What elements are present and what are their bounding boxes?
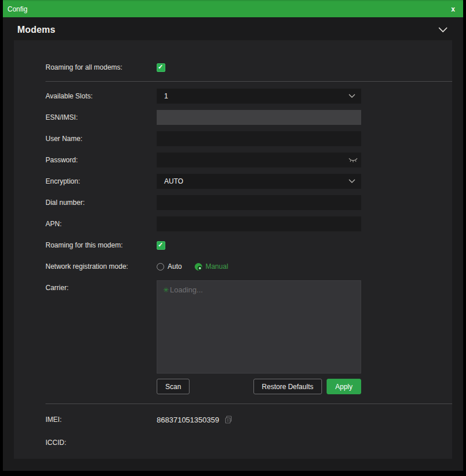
dial-number-input[interactable] [157,195,361,210]
copy-icon[interactable] [225,416,232,424]
network-mode-row: Network registration mode: Auto Manual [46,259,452,274]
divider [46,81,452,82]
imei-value: 868371051350359 [157,416,219,424]
available-slots-row: Available Slots: 1 [46,89,452,104]
password-input[interactable] [157,153,361,167]
config-dialog: Config x Modems Roaming for all modems: … [3,0,463,471]
scan-button[interactable]: Scan [157,379,190,394]
apn-label: APN: [46,220,157,228]
carrier-row: Carrier: Loading... [46,280,452,374]
password-label: Password: [46,156,157,164]
dialog-title: Config [7,5,28,13]
user-name-input[interactable] [157,131,361,146]
encryption-label: Encryption: [46,177,157,185]
radio-auto[interactable]: Auto [157,262,182,271]
roaming-all-row: Roaming for all modems: [46,60,452,75]
dial-number-row: Dial number: [46,195,452,210]
imei-label: IMEI: [46,416,157,424]
esn-imsi-input [157,110,361,125]
carrier-label: Carrier: [46,280,157,292]
chevron-down-icon [348,94,355,98]
restore-defaults-button[interactable]: Restore Defaults [253,379,322,394]
iccid-row: ICCID: [46,435,452,450]
roaming-modem-checkbox[interactable] [157,241,165,250]
available-slots-select[interactable]: 1 [157,89,361,104]
radio-manual[interactable]: Manual [195,262,228,271]
user-name-label: User Name: [46,135,157,143]
available-slots-label: Available Slots: [46,92,157,100]
radio-dot-icon [195,263,202,271]
imei-row: IMEI: 868371051350359 [46,412,452,427]
iccid-label: ICCID: [46,439,157,447]
dial-number-label: Dial number: [46,199,157,207]
encryption-value: AUTO [164,177,183,185]
chevron-down-icon[interactable] [438,26,448,33]
roaming-all-label: Roaming for all modems: [46,63,157,71]
esn-imsi-label: ESN/IMSI: [46,113,157,121]
radio-circle-icon [157,263,164,271]
loading-text: Loading... [170,285,203,294]
close-icon[interactable]: x [449,5,457,14]
user-name-row: User Name: [46,131,452,146]
radio-manual-label: Manual [206,262,228,271]
apn-row: APN: [46,216,452,231]
roaming-modem-label: Roaming for this modem: [46,241,157,249]
radio-auto-label: Auto [168,262,182,271]
modems-section-header[interactable]: Modems [3,17,463,40]
chevron-down-icon [348,179,355,184]
apply-button[interactable]: Apply [327,379,361,394]
loading-spinner-icon [163,286,169,294]
network-mode-label: Network registration mode: [46,262,157,271]
carrier-loading: Loading... [163,285,355,294]
available-slots-value: 1 [164,92,168,100]
network-mode-radios: Auto Manual [157,262,361,271]
apn-input[interactable] [157,216,361,231]
carrier-list[interactable]: Loading... [157,280,361,374]
eye-closed-icon[interactable] [348,157,358,163]
divider [46,403,452,404]
roaming-all-checkbox[interactable] [157,63,165,72]
roaming-modem-row: Roaming for this modem: [46,238,452,253]
password-row: Password: [46,153,452,167]
encryption-row: Encryption: AUTO [46,174,452,189]
carrier-actions: Scan Restore Defaults Apply [157,379,361,394]
section-title: Modems [17,25,55,35]
dialog-titlebar: Config x [3,0,463,17]
encryption-select[interactable]: AUTO [157,174,361,189]
modems-form-card: Roaming for all modems: Available Slots:… [14,40,452,459]
esn-imsi-row: ESN/IMSI: [46,110,452,125]
